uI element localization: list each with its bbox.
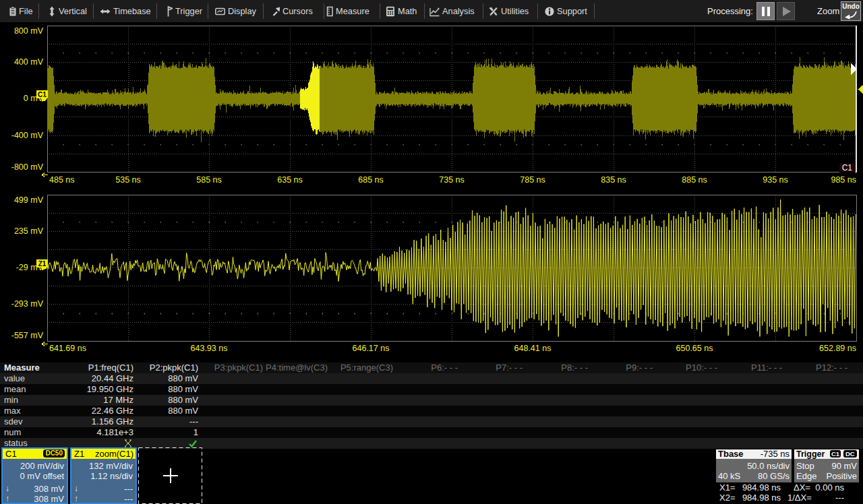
svg-text:535 ns: 535 ns <box>115 175 141 185</box>
svg-text:400 mV: 400 mV <box>14 57 44 67</box>
svg-text:785 ns: 785 ns <box>520 175 545 185</box>
svg-text:585 ns: 585 ns <box>196 175 222 185</box>
svg-text:650.65 ns: 650.65 ns <box>676 344 713 353</box>
svg-text:885 ns: 885 ns <box>682 175 707 185</box>
svg-text:235 mV: 235 mV <box>14 226 44 236</box>
svg-text:835 ns: 835 ns <box>601 175 626 185</box>
svg-text:652.89 ns: 652.89 ns <box>819 344 856 353</box>
svg-text:499 mV: 499 mV <box>14 195 44 205</box>
svg-text:648.41 ns: 648.41 ns <box>514 344 552 353</box>
svg-text:641.69 ns: 641.69 ns <box>49 344 86 353</box>
svg-text:985 ns: 985 ns <box>831 175 856 185</box>
svg-text:735 ns: 735 ns <box>439 175 465 185</box>
svg-text:485 ns: 485 ns <box>49 175 75 185</box>
svg-text:635 ns: 635 ns <box>277 175 303 185</box>
svg-text:-293 mV: -293 mV <box>11 299 44 309</box>
svg-text:800 mV: 800 mV <box>14 26 44 36</box>
svg-text:-400 mV: -400 mV <box>11 131 44 140</box>
svg-text:C1: C1 <box>842 163 853 172</box>
svg-text:685 ns: 685 ns <box>358 175 384 185</box>
svg-text:643.93 ns: 643.93 ns <box>191 344 228 353</box>
svg-text:935 ns: 935 ns <box>763 175 788 185</box>
svg-text:646.17 ns: 646.17 ns <box>353 344 390 353</box>
svg-text:-557 mV: -557 mV <box>11 331 44 340</box>
svg-text:-800 mV: -800 mV <box>11 162 44 172</box>
